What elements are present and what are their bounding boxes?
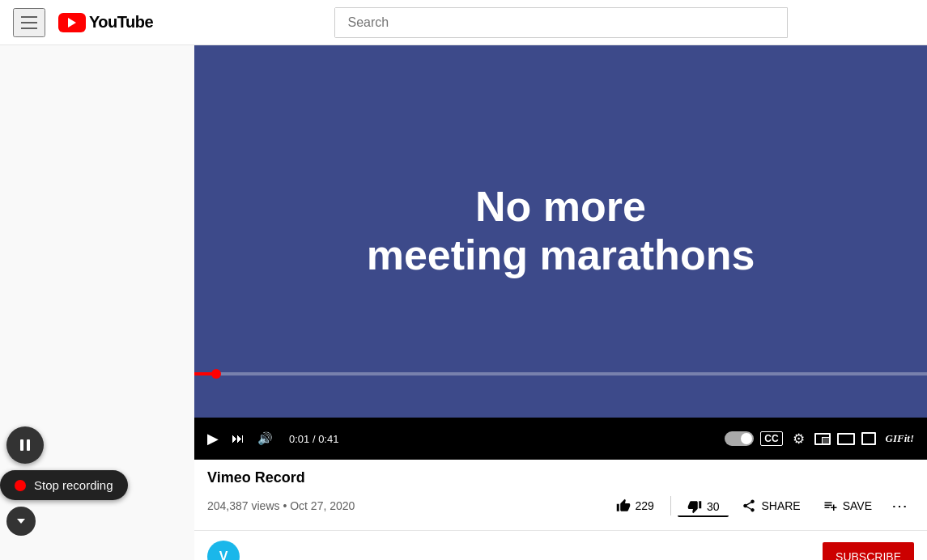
stop-recording-label: Stop recording xyxy=(34,478,113,492)
header-left: YouTube xyxy=(13,8,207,37)
miniplayer-button[interactable] xyxy=(814,433,831,445)
collapse-recording-button[interactable] xyxy=(6,507,36,536)
share-button[interactable]: SHARE xyxy=(732,494,810,518)
channel-avatar: V xyxy=(207,541,240,560)
time-display: 0:01 / 0:41 xyxy=(289,433,338,445)
share-icon xyxy=(742,498,756,513)
thumbs-down-icon xyxy=(687,499,702,514)
menu-button[interactable] xyxy=(13,8,45,37)
video-frame[interactable]: No more meeting marathons xyxy=(194,45,927,418)
youtube-icon xyxy=(58,13,86,32)
save-icon xyxy=(823,498,838,513)
fullscreen-button[interactable] xyxy=(861,432,876,445)
youtube-logo[interactable]: YouTube xyxy=(58,13,153,32)
volume-button[interactable] xyxy=(254,428,276,449)
video-meta-row: 204,387 views • Oct 27, 2020 229 xyxy=(207,491,914,520)
share-label: SHARE xyxy=(761,499,800,512)
more-dots-icon: ⋯ xyxy=(891,496,908,515)
settings-button[interactable] xyxy=(789,427,808,451)
play-button[interactable] xyxy=(204,426,222,451)
main-layout: No more meeting marathons 0:01 / 0:41 xyxy=(0,45,927,560)
video-stats: 204,387 views • Oct 27, 2020 xyxy=(207,499,355,512)
like-dislike-divider xyxy=(670,496,671,515)
header: YouTube xyxy=(0,0,927,45)
stop-recording-button[interactable]: Stop recording xyxy=(0,470,128,500)
autoplay-toggle[interactable] xyxy=(725,431,754,446)
record-dot-icon xyxy=(15,480,26,491)
thumbs-up-icon xyxy=(616,498,631,513)
chevron-down-icon xyxy=(17,519,25,524)
controls-right: CC GIFit! xyxy=(725,427,917,451)
header-center xyxy=(207,7,914,38)
search-input[interactable] xyxy=(335,8,787,37)
like-button[interactable]: 229 xyxy=(606,494,664,518)
progress-bar-container[interactable] xyxy=(194,372,927,375)
video-actions: 229 30 SHARE xyxy=(606,491,914,520)
gif-button[interactable]: GIFit! xyxy=(882,429,917,448)
recording-overlay: Stop recording xyxy=(0,426,128,536)
video-title-line2: meeting marathons xyxy=(367,231,755,280)
subscribe-button[interactable]: SUBSCRIBE xyxy=(823,542,914,560)
video-player-container: No more meeting marathons 0:01 / 0:41 xyxy=(194,45,927,460)
video-title-line1: No more xyxy=(367,183,755,231)
pause-icon xyxy=(20,439,30,451)
youtube-wordmark: YouTube xyxy=(89,13,153,32)
channel-row: V SUBSCRIBE xyxy=(194,530,927,560)
next-button[interactable] xyxy=(228,428,248,449)
video-overlay-text: No more meeting marathons xyxy=(367,183,755,280)
more-options-button[interactable]: ⋯ xyxy=(885,491,914,520)
pause-recording-button[interactable] xyxy=(6,426,44,464)
video-info: Vimeo Record 204,387 views • Oct 27, 202… xyxy=(194,460,927,530)
dislike-count: 30 xyxy=(707,500,720,513)
dislike-button[interactable]: 30 xyxy=(678,494,729,517)
theater-button[interactable] xyxy=(837,433,855,445)
progress-dot xyxy=(211,369,221,379)
like-count: 229 xyxy=(636,499,654,512)
progress-bar-fill xyxy=(194,372,216,375)
video-controls: 0:01 / 0:41 CC GIFit! xyxy=(194,418,927,460)
video-channel-title: Vimeo Record xyxy=(207,469,914,486)
captions-button[interactable]: CC xyxy=(760,431,782,446)
save-button[interactable]: SAVE xyxy=(814,494,882,518)
search-bar xyxy=(334,7,788,38)
content-area: No more meeting marathons 0:01 / 0:41 xyxy=(194,45,927,560)
save-label: SAVE xyxy=(843,499,872,512)
